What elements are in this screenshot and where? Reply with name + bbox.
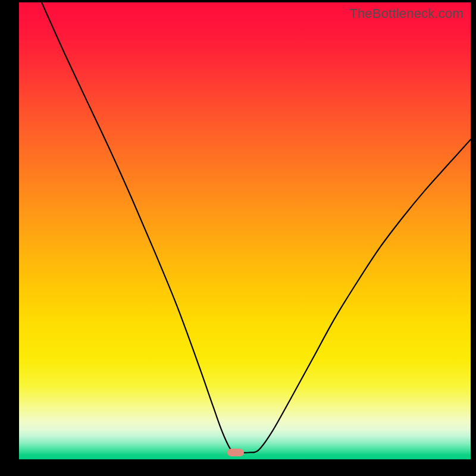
bottleneck-curve: [19, 2, 471, 459]
plot-area: TheBottleneck.com: [19, 2, 471, 459]
minimum-marker: [227, 449, 244, 456]
chart-frame: TheBottleneck.com: [0, 0, 476, 476]
